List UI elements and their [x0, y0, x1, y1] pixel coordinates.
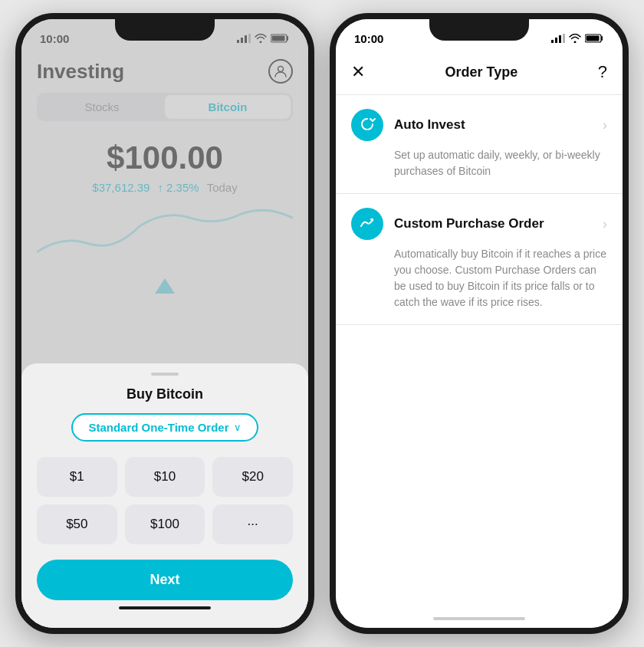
right-phone: 10:00: [330, 13, 629, 634]
amount-grid: $1 $10 $20 $50 $100 ···: [37, 457, 293, 544]
amount-20[interactable]: $20: [212, 457, 293, 497]
auto-invest-desc: Set up automatic daily, weekly, or bi-we…: [394, 147, 607, 179]
auto-invest-name: Auto Invest: [394, 117, 465, 133]
sheet-handle: [151, 373, 179, 376]
svg-rect-9: [559, 35, 561, 43]
custom-purchase-desc: Automatically buy Bitcoin if it reaches …: [394, 246, 607, 310]
next-button[interactable]: Next: [37, 560, 293, 600]
custom-purchase-name: Custom Purchase Order: [394, 216, 544, 232]
custom-purchase-option[interactable]: Custom Purchase Order › Automatically bu…: [336, 194, 623, 325]
svg-rect-12: [586, 36, 600, 41]
left-phone: 10:00: [15, 13, 314, 634]
sheet-title: Buy Bitcoin: [37, 386, 293, 402]
custom-purchase-left: Custom Purchase Order: [351, 208, 544, 240]
time-right: 10:00: [354, 32, 383, 45]
home-indicator-right: [433, 617, 525, 620]
amount-100[interactable]: $100: [125, 504, 205, 544]
custom-purchase-chevron: ›: [603, 216, 607, 232]
wifi-icon-right: [569, 34, 581, 43]
close-button[interactable]: ✕: [351, 64, 365, 80]
auto-invest-option[interactable]: Auto Invest › Set up automatic daily, we…: [336, 95, 623, 194]
bottom-sheet: Buy Bitcoin Standard One-Time Order ∨ $1…: [21, 363, 308, 628]
modal-header: ✕ Order Type ?: [336, 53, 623, 95]
battery-icon-right: [585, 34, 604, 43]
amount-more[interactable]: ···: [212, 504, 293, 544]
custom-purchase-row: Custom Purchase Order ›: [351, 208, 607, 240]
auto-invest-row: Auto Invest ›: [351, 109, 607, 141]
signal-icon-right: [551, 34, 565, 43]
order-type-button[interactable]: Standard One-Time Order ∨: [71, 413, 258, 442]
chevron-down-icon: ∨: [234, 422, 242, 433]
auto-invest-chevron: ›: [603, 117, 607, 133]
custom-purchase-icon: [351, 208, 383, 240]
auto-invest-icon: [351, 109, 383, 141]
svg-rect-7: [551, 40, 554, 43]
status-bar-right: 10:00: [336, 19, 623, 53]
auto-invest-left: Auto Invest: [351, 109, 465, 141]
amount-1[interactable]: $1: [37, 457, 117, 497]
modal-title: Order Type: [445, 64, 518, 80]
help-button[interactable]: ?: [598, 62, 607, 82]
svg-rect-10: [563, 34, 565, 43]
amount-50[interactable]: $50: [37, 504, 117, 544]
amount-10[interactable]: $10: [125, 457, 205, 497]
home-indicator-left: [119, 606, 211, 609]
order-type-label: Standard One-Time Order: [88, 421, 228, 434]
svg-rect-8: [555, 38, 557, 43]
status-icons-right: [551, 34, 604, 43]
